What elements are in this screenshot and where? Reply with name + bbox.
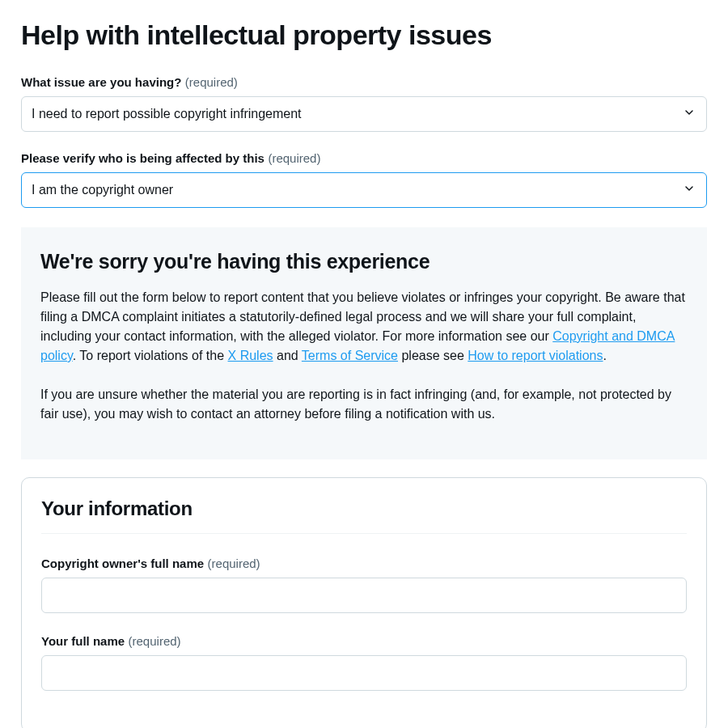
terms-of-service-link[interactable]: Terms of Service bbox=[302, 349, 398, 362]
info-paragraph-1: Please fill out the form below to report… bbox=[40, 288, 688, 366]
owner-name-input[interactable] bbox=[41, 578, 687, 613]
your-name-label: Your full name bbox=[41, 634, 125, 648]
owner-name-field: Copyright owner's full name (required) bbox=[41, 557, 687, 613]
info-text: please see bbox=[398, 349, 468, 362]
section-divider bbox=[41, 533, 687, 534]
issue-select[interactable]: I need to report possible copyright infr… bbox=[21, 96, 707, 132]
your-name-input[interactable] bbox=[41, 655, 687, 691]
issue-select-value: I need to report possible copyright infr… bbox=[32, 107, 302, 121]
info-text: and bbox=[273, 349, 302, 362]
your-information-heading: Your information bbox=[41, 497, 687, 520]
x-rules-link[interactable]: X Rules bbox=[228, 349, 273, 362]
owner-name-required: (required) bbox=[208, 557, 260, 570]
how-to-report-violations-link[interactable]: How to report violations bbox=[468, 349, 603, 362]
info-text: . bbox=[603, 349, 606, 362]
affected-select[interactable]: I am the copyright owner bbox=[21, 172, 707, 208]
affected-required: (required) bbox=[268, 151, 320, 165]
owner-name-label: Copyright owner's full name bbox=[41, 557, 204, 570]
your-name-field: Your full name (required) bbox=[41, 634, 687, 691]
your-name-required: (required) bbox=[129, 634, 181, 648]
affected-field-group: Please verify who is being affected by t… bbox=[21, 151, 707, 208]
affected-select-value: I am the copyright owner bbox=[32, 183, 173, 197]
issue-required: (required) bbox=[185, 75, 238, 89]
info-heading: We're sorry you're having this experienc… bbox=[40, 250, 688, 273]
affected-label: Please verify who is being affected by t… bbox=[21, 151, 265, 165]
page-title: Help with intellectual property issues bbox=[21, 19, 707, 51]
your-information-section: Your information Copyright owner's full … bbox=[21, 477, 707, 728]
issue-label: What issue are you having? bbox=[21, 75, 181, 89]
issue-select-wrap: I need to report possible copyright infr… bbox=[21, 96, 707, 132]
affected-select-wrap: I am the copyright owner bbox=[21, 172, 707, 208]
info-panel: We're sorry you're having this experienc… bbox=[21, 227, 707, 459]
info-text: . To report violations of the bbox=[73, 349, 228, 362]
issue-field-group: What issue are you having? (required) I … bbox=[21, 75, 707, 132]
info-paragraph-2: If you are unsure whether the material y… bbox=[40, 385, 688, 424]
